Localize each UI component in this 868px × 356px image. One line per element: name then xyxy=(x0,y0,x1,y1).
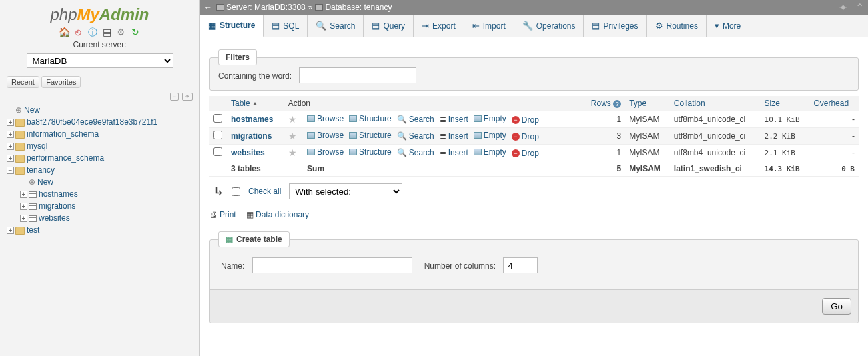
tab-privileges[interactable]: ▤Privileges xyxy=(584,15,646,37)
server-link[interactable]: MariaDB:3308 xyxy=(254,3,306,12)
tab-sql[interactable]: ▤SQL xyxy=(264,15,308,37)
search-icon: 🔍 xyxy=(316,21,326,31)
row-checkbox[interactable] xyxy=(213,131,222,139)
sidebar-resize-handle[interactable] xyxy=(197,0,202,356)
settings-icon[interactable]: ⚙ xyxy=(116,27,127,37)
docs-icon[interactable]: ⓘ xyxy=(87,27,98,37)
tree-new-table[interactable]: New xyxy=(37,177,53,187)
logo[interactable]: phpMyAdmin xyxy=(0,0,199,25)
empty-link[interactable]: Empty xyxy=(474,147,506,157)
expander-icon[interactable]: + xyxy=(20,191,27,198)
drop-link[interactable]: −Drop xyxy=(512,115,539,125)
tree-table-websites[interactable]: websites xyxy=(39,213,70,223)
sql-icon[interactable]: ▤ xyxy=(101,27,112,37)
tree-db-mysql[interactable]: mysql xyxy=(27,141,47,151)
go-button[interactable]: Go xyxy=(822,298,851,315)
expander-icon[interactable]: + xyxy=(7,119,14,126)
empty-link[interactable]: Empty xyxy=(474,131,506,140)
search-link[interactable]: 🔍Search xyxy=(397,148,434,157)
sum-collation: latin1_swedish_ci xyxy=(670,161,761,177)
search-icon: 🔍 xyxy=(397,115,407,124)
tree-db-tenancy[interactable]: tenancy xyxy=(27,165,55,175)
row-checkbox[interactable] xyxy=(213,147,222,156)
col-rows[interactable]: Rows ? xyxy=(582,96,625,111)
drop-link[interactable]: −Drop xyxy=(512,132,539,141)
help-icon[interactable]: ? xyxy=(613,100,621,108)
search-link[interactable]: 🔍Search xyxy=(397,115,434,124)
structure-link[interactable]: Structure xyxy=(349,114,392,123)
check-all-link[interactable]: Check all xyxy=(248,187,281,196)
structure-link[interactable]: Structure xyxy=(349,131,392,140)
tab-query[interactable]: ▤Query xyxy=(364,15,414,37)
more-icon: ▾ xyxy=(715,21,719,31)
favorite-icon[interactable]: ★ xyxy=(288,131,297,141)
col-type[interactable]: Type xyxy=(625,96,670,111)
expander-icon[interactable]: + xyxy=(7,131,14,138)
tab-routines[interactable]: ⚙Routines xyxy=(647,15,707,37)
expander-icon[interactable]: + xyxy=(20,215,27,222)
table-name-link[interactable]: websites xyxy=(231,148,265,157)
col-table[interactable]: Table xyxy=(227,96,284,111)
server-select[interactable]: MariaDB xyxy=(27,53,173,68)
structure-link[interactable]: Structure xyxy=(349,147,392,157)
row-checkbox[interactable] xyxy=(213,114,222,123)
exit-icon[interactable]: ⎋ xyxy=(73,27,83,37)
browse-link[interactable]: Browse xyxy=(307,131,344,140)
data-dictionary-link[interactable]: ▦Data dictionary xyxy=(246,210,309,219)
table-name-link[interactable]: migrations xyxy=(231,131,272,141)
tree-table-hostnames[interactable]: hostnames xyxy=(39,189,78,199)
home-icon[interactable]: 🏠 xyxy=(59,27,69,37)
check-all-checkbox[interactable] xyxy=(232,187,240,196)
browse-link[interactable]: Browse xyxy=(307,147,344,157)
routines-icon: ⚙ xyxy=(655,21,663,31)
tree-db-information_schema[interactable]: information_schema xyxy=(27,129,99,139)
database-link[interactable]: tenancy xyxy=(364,3,392,12)
filter-input[interactable] xyxy=(299,67,416,83)
search-link[interactable]: 🔍Search xyxy=(397,131,434,141)
nav-back-icon[interactable]: ← xyxy=(204,3,212,12)
table-icon xyxy=(29,215,37,222)
create-cols-input[interactable] xyxy=(503,257,538,273)
col-size[interactable]: Size xyxy=(761,96,810,111)
col-collation[interactable]: Collation xyxy=(670,96,761,111)
table-name-link[interactable]: hostnames xyxy=(231,115,273,124)
tree-new-db[interactable]: New xyxy=(24,105,40,115)
tab-import[interactable]: ⇤Import xyxy=(464,15,514,37)
insert-link[interactable]: ≣Insert xyxy=(440,148,468,157)
tree-table-migrations[interactable]: migrations xyxy=(39,201,75,211)
tab-structure[interactable]: ▦Structure xyxy=(200,15,264,37)
tab-export[interactable]: ⇥Export xyxy=(414,15,464,37)
tab-search[interactable]: 🔍Search xyxy=(308,15,364,37)
col-overhead[interactable]: Overhead xyxy=(809,96,859,111)
link-icon[interactable]: ⚭ xyxy=(182,93,193,101)
tab-operations[interactable]: 🔧Operations xyxy=(514,15,584,37)
browse-link[interactable]: Browse xyxy=(307,114,344,123)
expander-icon[interactable]: + xyxy=(7,155,14,162)
insert-link[interactable]: ≣Insert xyxy=(440,115,468,124)
empty-link[interactable]: Empty xyxy=(474,114,506,123)
tree-db-test[interactable]: test xyxy=(27,225,39,235)
reload-icon[interactable]: ↻ xyxy=(130,27,141,37)
recent-button[interactable]: Recent xyxy=(7,76,39,88)
tab-more[interactable]: ▾More xyxy=(707,15,749,37)
expander-icon[interactable]: − xyxy=(7,167,14,174)
favorite-icon[interactable]: ★ xyxy=(288,114,297,125)
create-name-input[interactable] xyxy=(252,257,412,273)
drop-link[interactable]: −Drop xyxy=(512,149,539,158)
tree-db-ba8f2780f5e04ece9e9faf18e3b721f1[interactable]: ba8f2780f5e04ece9e9faf18e3b721f1 xyxy=(27,117,157,127)
favorites-button[interactable]: Favorites xyxy=(41,76,81,88)
expander-icon[interactable]: + xyxy=(7,227,14,234)
collapse-all-icon[interactable]: − xyxy=(170,93,179,101)
empty-icon xyxy=(474,149,482,155)
expander-icon[interactable]: + xyxy=(20,203,27,210)
sum-type: MyISAM xyxy=(625,161,670,177)
collapse-top-icon[interactable]: ⌃ xyxy=(855,2,864,13)
favorite-icon[interactable]: ★ xyxy=(288,147,297,158)
print-link[interactable]: 🖨Print xyxy=(209,210,236,219)
insert-link[interactable]: ≣Insert xyxy=(440,131,468,141)
with-selected-select[interactable]: With selected: xyxy=(289,183,402,199)
expander-icon[interactable]: + xyxy=(7,143,14,150)
gear-icon[interactable]: ✦ xyxy=(839,2,847,13)
row-size: 10.1 KiB xyxy=(761,111,810,128)
tree-db-performance_schema[interactable]: performance_schema xyxy=(27,153,104,163)
